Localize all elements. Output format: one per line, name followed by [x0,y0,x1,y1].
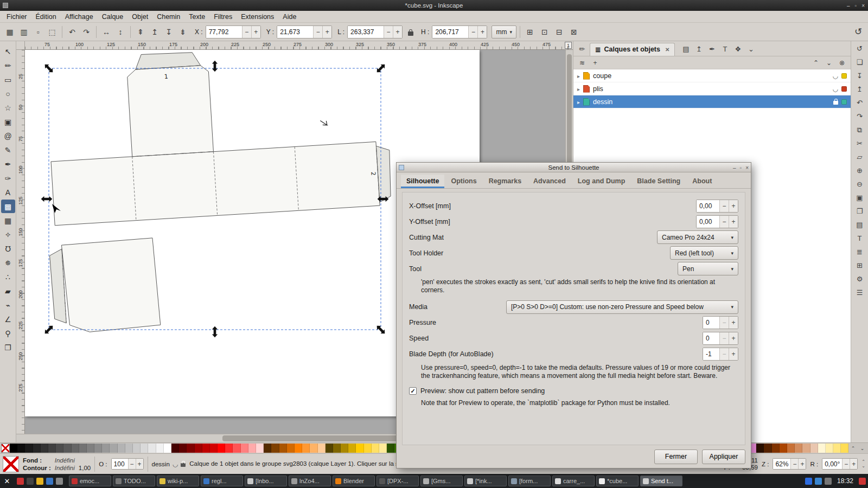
gradient-tool[interactable]: ▩ [1,200,15,213]
no-color-swatch[interactable] [1,444,10,453]
taskbar-window-button[interactable]: [form... [508,476,551,486]
delete-layer-icon[interactable]: ⊗ [838,59,846,67]
tray-icon[interactable] [825,478,832,485]
palette-swatch[interactable] [17,444,25,453]
dialog-tab[interactable]: Options [445,175,482,188]
y-offset-increment[interactable]: + [729,216,738,228]
palette-swatch[interactable] [356,444,363,453]
layer-row[interactable]: coupe [573,69,851,82]
palette-swatch[interactable] [233,444,240,453]
palette-swatch[interactable] [318,444,326,453]
menu-item[interactable]: Filtres [209,11,237,22]
palette-swatch[interactable] [326,444,333,453]
tab-objects-icon[interactable]: ✏ [576,43,588,55]
undo-icon[interactable]: ↶ [853,97,866,108]
tab-trace-icon[interactable]: ✒ [706,43,718,55]
zoom-in-icon[interactable]: ⊕ [853,165,866,176]
scale-handle-bottom-left[interactable] [43,324,55,336]
preview-checkbox[interactable]: ✓ [409,387,417,395]
select-all-icon[interactable]: ▦ [3,25,16,38]
palette-swatch[interactable] [202,444,210,453]
palette-swatch[interactable] [833,444,841,453]
palette-swatch[interactable] [171,444,179,453]
palette-swatch[interactable] [10,444,17,453]
palette-swatch[interactable] [225,444,233,453]
dialog-tab[interactable]: Regmarks [483,175,527,188]
palette-swatch[interactable] [364,444,372,453]
flip-horizontal-icon[interactable]: ↔ [100,25,113,38]
tool-dropdown[interactable]: Pen ▾ [678,262,738,275]
launcher-icon[interactable] [46,478,53,485]
palette-swatch[interactable] [218,444,225,453]
dialog-tab[interactable]: Blade Setting [631,175,686,188]
palette-swatch[interactable] [48,444,56,453]
lower-layer-icon[interactable]: ⌄ [825,59,833,67]
menu-item[interactable]: Fichier [2,11,31,22]
eraser-tool[interactable]: ▰ [1,284,15,298]
palette-swatch[interactable] [141,444,148,453]
clock[interactable]: 18:32 [835,477,856,485]
preferences-icon[interactable]: ☰ [853,287,866,298]
dialog-tab[interactable]: Silhouette [401,175,444,188]
palette-swatch[interactable] [125,444,133,453]
tab-export-icon[interactable]: ↥ [693,43,705,55]
palette-swatch[interactable] [287,444,295,453]
pressure-increment[interactable]: + [729,317,738,329]
text-dialog-icon[interactable]: T [853,233,866,244]
fill-stroke-indicator[interactable]: Fond : Indéfini Contour : Indéfini 1,00 [23,457,91,471]
ellipse-tool[interactable]: ○ [1,87,15,100]
vertical-ruler[interactable]: 255075100125150175200225250275 [16,50,25,434]
pages-tool[interactable]: ❐ [1,341,15,354]
node-tool[interactable]: ✏ [1,59,15,72]
height-decrement[interactable]: − [468,26,477,38]
menu-item[interactable]: Texte [184,11,209,22]
palette-swatch[interactable] [780,444,787,453]
launcher-icon[interactable] [27,478,34,485]
dialog-tab[interactable]: Advanced [528,175,571,188]
layer-visibility-icon[interactable] [173,460,178,468]
palette-swatch[interactable] [195,444,202,453]
launcher-icon[interactable] [36,478,43,485]
expander-icon[interactable] [577,85,580,93]
menu-item[interactable]: Édition [31,11,61,22]
measure-tool[interactable]: ∠ [1,312,15,326]
layer-visibility-icon[interactable] [833,85,838,93]
taskbar-window-button[interactable]: TODO... [113,476,155,486]
taskbar-window-button[interactable]: lnZo4... [289,476,331,486]
palette-swatch[interactable] [118,444,125,453]
dialog-titlebar[interactable]: Send to Silhouette – ▫ × [397,163,751,172]
layer-lock-icon[interactable] [833,101,838,105]
minimize-icon[interactable]: – [847,3,850,9]
dialog-minimize-icon[interactable]: – [733,165,736,171]
titlebar[interactable]: *cube.svg - Inkscape – ▫ × [0,0,868,11]
palette-swatch[interactable] [148,444,156,453]
scale-handle-left[interactable] [41,196,53,202]
scale-handle-bottom[interactable] [212,326,218,338]
pressure-field[interactable]: 0 − + [703,316,738,329]
menu-item[interactable]: Chemin [152,11,184,22]
dialog-tab[interactable]: Log and Dump [572,175,631,188]
paste-icon[interactable]: ▱ [853,151,866,163]
width-increment[interactable]: + [393,26,402,38]
layer-row[interactable]: dessin [573,95,851,108]
y-decrement[interactable]: − [313,26,322,38]
rotation-increment[interactable]: + [850,459,857,469]
rotation-decrement[interactable]: − [842,459,850,469]
maximize-icon[interactable]: ▫ [855,3,857,9]
y-increment[interactable]: + [322,26,331,38]
palette-swatch[interactable] [264,444,271,453]
speed-increment[interactable]: + [729,332,738,344]
blade-depth-decrement[interactable]: − [719,348,729,360]
rotate-view-icon[interactable]: ↺ [853,43,866,54]
select-touching-icon[interactable]: ▫ [31,25,44,38]
taskbar-window-button[interactable]: [*ink... [464,476,507,486]
panel-menu-chevron-icon[interactable]: ⌄ [745,43,757,55]
x-increment[interactable]: + [251,26,260,38]
taskbar-window-button[interactable]: *cube... [596,476,639,486]
layers-dialog-icon[interactable]: ≣ [853,246,866,258]
select-all-layers-icon[interactable]: ▥ [17,25,30,38]
palette-swatch[interactable] [348,444,356,453]
cube-net-object[interactable]: 1 2 [38,50,400,334]
palette-swatch[interactable] [94,444,102,453]
palette-swatch[interactable] [72,444,79,453]
